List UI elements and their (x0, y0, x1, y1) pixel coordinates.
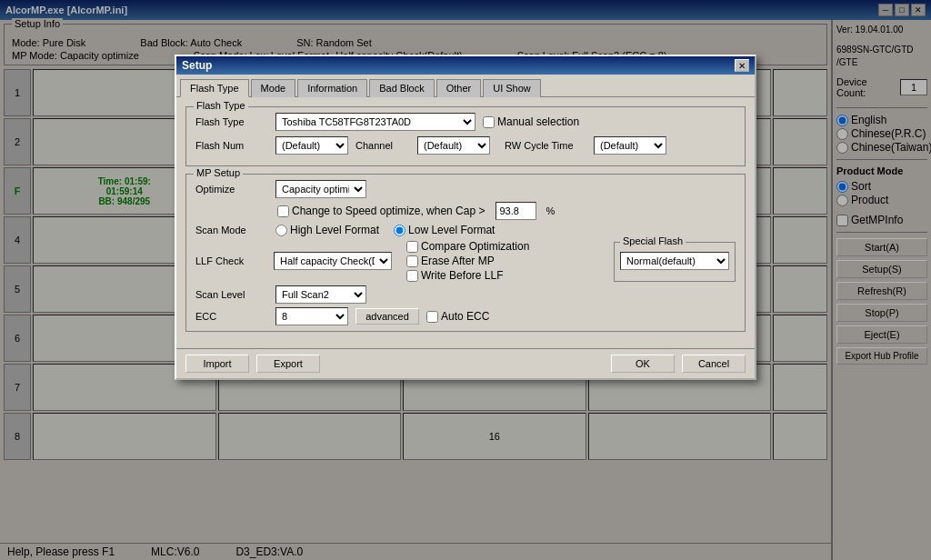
ok-button[interactable]: OK (611, 355, 675, 373)
import-export-buttons: Import Export (185, 355, 320, 373)
flash-type-group: Flash Type Flash Type Toshiba TC58TFG8T2… (185, 106, 746, 166)
dialog-title-bar: Setup ✕ (176, 56, 755, 75)
channel-label: Channel (355, 140, 410, 151)
tab-other[interactable]: Other (436, 79, 482, 97)
manual-selection-label: Manual selection (497, 115, 579, 128)
ecc-label: ECC (195, 311, 268, 322)
mp-setup-group-label: MP Setup (194, 167, 243, 178)
flash-type-label: Flash Type (195, 116, 268, 127)
optimize-row: Optimize Capacity optimize (195, 180, 736, 198)
dialog-content: Flash Type Flash Type Toshiba TC58TFG8T2… (176, 97, 755, 348)
manual-selection-check[interactable]: Manual selection (483, 115, 579, 128)
cancel-button[interactable]: Cancel (682, 355, 746, 373)
rw-cycle-label: RW Cycle Time (505, 140, 586, 151)
llf-check-select[interactable]: Half capacity Check(D (274, 252, 392, 270)
high-level-label: High Level Format (290, 224, 379, 236)
llf-row: LLF Check Half capacity Check(D Compare … (195, 240, 736, 282)
scan-mode-label: Scan Mode (195, 225, 268, 235)
flash-type-group-label: Flash Type (194, 100, 248, 111)
speed-value-input[interactable] (496, 202, 536, 220)
flash-num-label: Flash Num (195, 140, 268, 151)
tab-bar: Flash Type Mode Information Bad Block Ot… (176, 75, 755, 97)
tab-bad-block[interactable]: Bad Block (369, 79, 435, 97)
tab-ui-show[interactable]: UI Show (483, 79, 541, 97)
advanced-button[interactable]: advanced (355, 308, 419, 325)
change-speed-label: Change to Speed optimize, when Cap > (292, 205, 485, 217)
write-before-llf-check[interactable]: Write Before LLF (406, 269, 529, 282)
rw-cycle-select[interactable]: (Default) (594, 136, 666, 155)
flash-type-select[interactable]: Toshiba TC58TFG8T23TA0D (275, 113, 476, 131)
optimize-select[interactable]: Capacity optimize (275, 180, 366, 198)
scan-level-label: Scan Level (195, 289, 268, 300)
ok-cancel-buttons: OK Cancel (611, 355, 746, 373)
auto-ecc-check[interactable]: Auto ECC (426, 310, 489, 323)
special-flash-select[interactable]: Normal(default) (620, 252, 729, 270)
low-level-label: Low Level Format (408, 224, 495, 236)
dialog-title: Setup (182, 59, 212, 72)
import-button[interactable]: Import (185, 355, 249, 373)
dialog-close-button[interactable]: ✕ (735, 59, 749, 72)
speed-unit: % (546, 205, 555, 216)
tab-information[interactable]: Information (297, 79, 367, 97)
channel-select[interactable]: (Default) (417, 136, 490, 155)
optimize-label: Optimize (195, 184, 268, 195)
erase-after-mp-check[interactable]: Erase After MP (406, 255, 529, 267)
ecc-select[interactable]: 8 (275, 307, 348, 325)
scan-mode-row: Scan Mode High Level Format Low Level Fo… (195, 224, 736, 236)
low-level-radio[interactable]: Low Level Format (394, 224, 495, 236)
speed-optimize-row: Change to Speed optimize, when Cap > % (195, 202, 736, 220)
export-button[interactable]: Export (256, 355, 320, 373)
llf-check-row: LLF Check Half capacity Check(D (195, 240, 392, 282)
compare-opt-check[interactable]: Compare Optimization (406, 240, 529, 253)
flash-num-select[interactable]: (Default) (275, 136, 348, 155)
special-flash-box: Special Flash Normal(default) (614, 242, 736, 282)
dialog-buttons: Import Export OK Cancel (176, 348, 755, 378)
flash-type-row: Flash Type Toshiba TC58TFG8T23TA0D Manua… (195, 113, 736, 131)
mp-setup-group: MP Setup Optimize Capacity optimize Chan… (185, 174, 746, 332)
flash-num-row: Flash Num (Default) Channel (Default) RW… (195, 136, 736, 155)
change-speed-check[interactable]: Change to Speed optimize, when Cap > (277, 205, 485, 217)
high-level-radio[interactable]: High Level Format (275, 224, 379, 236)
special-flash-label: Special Flash (620, 235, 686, 246)
modal-overlay: Setup ✕ Flash Type Mode Information Bad … (0, 0, 931, 560)
tab-flash-type[interactable]: Flash Type (180, 79, 249, 97)
llf-check-label: LLF Check (195, 255, 268, 266)
tab-mode[interactable]: Mode (251, 79, 296, 97)
checkboxes-col: Compare Optimization Erase After MP Writ… (406, 240, 529, 282)
setup-dialog: Setup ✕ Flash Type Mode Information Bad … (175, 55, 756, 380)
ecc-row: ECC 8 advanced Auto ECC (195, 307, 736, 325)
scan-level-select[interactable]: Full Scan2 (275, 285, 366, 304)
scan-level-row: Scan Level Full Scan2 (195, 285, 736, 304)
